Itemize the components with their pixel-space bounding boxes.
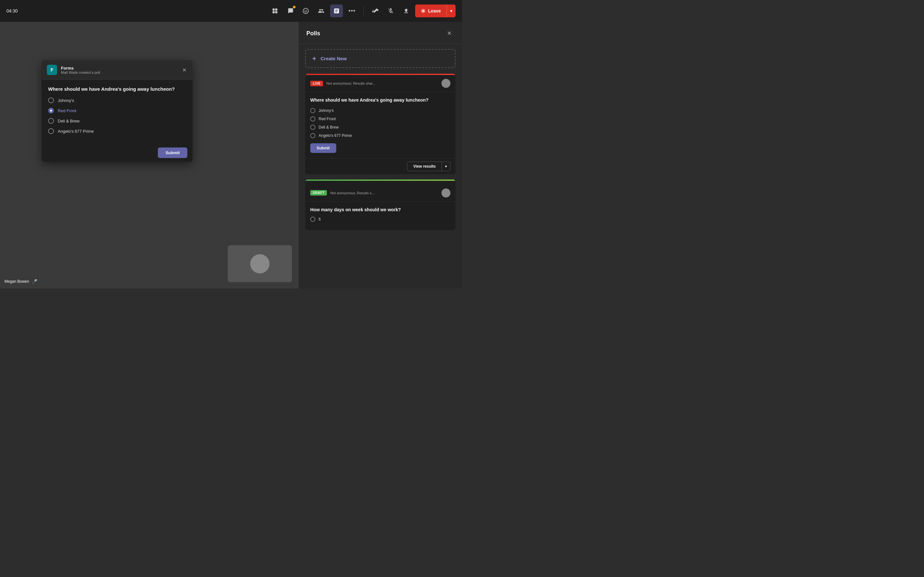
- live-poll-card: LIVE Not anonymous; Results shar... Wher…: [305, 74, 456, 174]
- draft-poll-header: DRAFT Not anonymous; Results s...: [305, 185, 456, 201]
- polls-panel-title: Polls: [306, 30, 320, 37]
- leave-dropdown[interactable]: ▾: [447, 5, 456, 17]
- live-poll-footer: View results ▾: [305, 158, 456, 174]
- radio-red-front[interactable]: [48, 108, 54, 113]
- draft-poll-avatar: [441, 189, 451, 197]
- live-badge: LIVE: [310, 81, 323, 86]
- panel-label-red-front: Red Front: [318, 117, 336, 121]
- forms-icon: F: [47, 65, 57, 75]
- panel-label-angelos: Angelo's 677 Prime: [318, 133, 352, 138]
- toolbar: ••• Leave: [268, 5, 456, 17]
- panel-radio-deli-brew[interactable]: [310, 125, 315, 130]
- svg-rect-3: [275, 11, 278, 13]
- polls-icon[interactable]: [330, 5, 343, 17]
- svg-point-5: [305, 10, 306, 11]
- poll-question-area: Where should we have Andrea's going away…: [42, 80, 192, 143]
- created-by: Matt Wade created a poll: [61, 71, 100, 74]
- radio-johnnys[interactable]: [48, 97, 54, 103]
- view-results-button[interactable]: View results: [407, 161, 442, 171]
- more-icon[interactable]: •••: [346, 5, 359, 17]
- notification-submit-area: Submit: [42, 143, 192, 162]
- svg-rect-2: [273, 11, 275, 13]
- draft-radio-6[interactable]: [310, 217, 315, 222]
- poll-option-3[interactable]: Deli & Brew: [48, 118, 186, 124]
- draft-label-6: 6: [318, 217, 321, 221]
- notification-close[interactable]: ✕: [180, 65, 189, 74]
- panel-option-angelos[interactable]: Angelo's 677 Prime: [310, 133, 451, 138]
- top-bar: 04:30: [0, 0, 462, 22]
- draft-poll-meta: Not anonymous; Results s...: [330, 191, 441, 195]
- chat-badge: [293, 6, 296, 8]
- polls-panel-header: Polls ✕: [299, 22, 462, 44]
- create-plus-icon: ＋: [311, 54, 317, 63]
- draft-poll-card: DRAFT Not anonymous; Results s... How ma…: [305, 179, 456, 230]
- create-new-label: Create New: [320, 56, 347, 61]
- user-name: Megan Bowen: [5, 279, 29, 284]
- svg-point-6: [306, 10, 307, 11]
- app-name: Forms: [61, 66, 100, 71]
- apps-icon[interactable]: [268, 5, 281, 17]
- mic-indicator-icon: 🎤: [32, 279, 37, 284]
- polls-body: ＋ Create New LIVE Not anonymous; Results…: [299, 44, 462, 288]
- panel-option-deli-brew[interactable]: Deli & Brew: [310, 125, 451, 130]
- user-label: Megan Bowen 🎤: [5, 279, 37, 284]
- live-poll-header: LIVE Not anonymous; Results shar...: [305, 75, 456, 92]
- draft-poll-body: How many days on week should we work? 6: [305, 201, 456, 230]
- live-poll-meta: Not anonymous; Results shar...: [326, 81, 441, 85]
- polls-panel: Polls ✕ ＋ Create New LIVE Not anonymous;…: [298, 22, 462, 288]
- polls-panel-close[interactable]: ✕: [444, 28, 454, 39]
- panel-radio-red-front[interactable]: [310, 116, 315, 121]
- draft-poll-question: How many days on week should we work?: [310, 207, 451, 213]
- live-poll-body: Where should we have Andrea's going away…: [305, 92, 456, 158]
- svg-point-7: [422, 10, 424, 12]
- camera-preview: [228, 245, 292, 282]
- poll-option-1[interactable]: Johnny's: [48, 97, 186, 103]
- radio-deli-brew[interactable]: [48, 118, 54, 124]
- poll-question: Where should we have Andrea's going away…: [48, 86, 186, 92]
- poll-option-2[interactable]: Red Front: [48, 108, 186, 113]
- poll-notification-card: F Forms Matt Wade created a poll ✕ Where…: [42, 60, 192, 162]
- radio-angelos[interactable]: [48, 128, 54, 134]
- draft-badge: DRAFT: [310, 190, 327, 195]
- leave-button-group[interactable]: Leave ▾: [415, 5, 456, 17]
- panel-label-deli-brew: Deli & Brew: [318, 125, 339, 129]
- mic-toggle[interactable]: [384, 5, 397, 17]
- option-label-deli-brew: Deli & Brew: [58, 119, 79, 123]
- option-label-red-front: Red Front: [58, 108, 76, 113]
- leave-label: Leave: [428, 8, 441, 13]
- notification-header: F Forms Matt Wade created a poll ✕: [42, 60, 192, 80]
- panel-radio-johnnys[interactable]: [310, 108, 315, 113]
- live-poll-avatar: [441, 79, 451, 88]
- draft-divider: [305, 179, 456, 181]
- panel-label-johnnys: Johnny's: [318, 108, 334, 113]
- separator: [363, 6, 364, 16]
- panel-option-johnnys[interactable]: Johnny's: [310, 108, 451, 113]
- timer: 04:30: [6, 8, 18, 13]
- option-label-johnnys: Johnny's: [58, 98, 74, 103]
- participants-icon[interactable]: [315, 5, 328, 17]
- leave-button[interactable]: Leave: [415, 5, 447, 17]
- svg-point-4: [303, 8, 309, 14]
- svg-rect-1: [275, 9, 278, 11]
- live-poll-question: Where should we have Andrea's going away…: [310, 97, 451, 103]
- notification-info: Forms Matt Wade created a poll: [61, 66, 100, 74]
- notification-submit-button[interactable]: Submit: [158, 147, 187, 158]
- panel-option-red-front[interactable]: Red Front: [310, 116, 451, 121]
- panel-radio-angelos[interactable]: [310, 133, 315, 138]
- draft-option-6[interactable]: 6: [310, 217, 451, 222]
- create-new-button[interactable]: ＋ Create New: [305, 49, 456, 68]
- camera-avatar: [250, 254, 270, 274]
- camera-toggle[interactable]: [369, 5, 382, 17]
- share-icon[interactable]: [400, 5, 413, 17]
- reactions-icon[interactable]: [299, 5, 312, 17]
- option-label-angelos: Angelo's 677 Prime: [58, 129, 94, 134]
- chat-icon[interactable]: [284, 5, 297, 17]
- view-results-dropdown[interactable]: ▾: [442, 161, 451, 171]
- svg-rect-0: [273, 9, 275, 11]
- poll-option-4[interactable]: Angelo's 677 Prime: [48, 128, 186, 134]
- panel-submit-button[interactable]: Submit: [310, 143, 336, 153]
